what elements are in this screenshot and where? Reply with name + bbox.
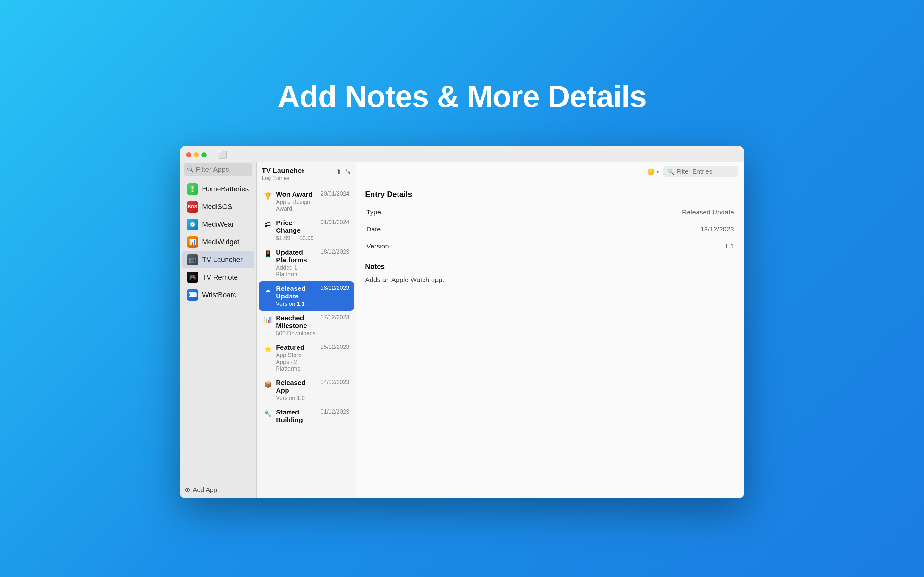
log-entry-8[interactable]: 🔧 Started Building 01/12/2023 xyxy=(258,405,354,428)
entry-date-5: 17/12/2023 xyxy=(320,314,349,321)
log-entry-4[interactable]: ☁ Released Update Version 1.1 18/12/2023 xyxy=(258,282,354,311)
sidebar-item-tvlauncher[interactable]: 📺 TV Launcher xyxy=(182,251,254,268)
notes-section: Notes Adds an Apple Watch app. xyxy=(365,263,735,285)
entry-title-3: Updated Platforms xyxy=(276,248,317,264)
log-entry-3[interactable]: 📱 Updated Platforms Added 1 Platform 18/… xyxy=(258,245,354,281)
entry-content-8: Started Building xyxy=(276,408,317,424)
app-icon-mediwidget: 📊 xyxy=(187,236,198,248)
sidebar-item-homebatteries[interactable]: 🔋 HomeBatteries xyxy=(182,181,254,198)
entry-content-4: Released Update Version 1.1 xyxy=(276,285,317,308)
detail-header: 🙂 ▾ 🔍 xyxy=(356,161,744,182)
search-input[interactable] xyxy=(196,165,249,174)
sidebar-search-bar[interactable]: 🔍 xyxy=(184,163,252,176)
entry-date-7: 14/12/2023 xyxy=(320,379,349,386)
app-icon-mediwear: ⌚ xyxy=(187,219,198,230)
log-entries-list: 🏆 Won Award Apple Design Award 20/01/202… xyxy=(257,185,356,498)
detail-value-type: Released Update xyxy=(429,204,735,221)
entry-content-6: Featured App Store · Apps · 2 Platforms xyxy=(276,343,317,372)
traffic-light-close[interactable] xyxy=(186,152,191,157)
app-icon-tvlauncher: 📺 xyxy=(187,254,198,266)
detail-row-date: Date 18/12/2023 xyxy=(365,221,735,238)
entry-content-3: Updated Platforms Added 1 Platform xyxy=(276,248,317,278)
detail-value-version: 1.1 xyxy=(429,238,735,255)
log-entry-6[interactable]: ⭐ Featured App Store · Apps · 2 Platform… xyxy=(258,340,354,376)
entry-title-2: Price Change xyxy=(276,219,317,234)
entry-content-5: Reached Milestone 500 Downloads xyxy=(276,314,317,337)
entry-icon-7: 📦 xyxy=(263,380,273,389)
entry-title-1: Won Award xyxy=(276,190,317,198)
sidebar-toggle-icon[interactable]: ⬜ xyxy=(218,151,227,159)
app-name-mediwear: MediWear xyxy=(202,220,234,229)
app-name-mediwidget: MediWidget xyxy=(202,238,239,246)
app-name-tvremote: TV Remote xyxy=(202,273,238,282)
log-app-subtitle: Log Entries xyxy=(262,175,304,181)
sidebar-item-mediwear[interactable]: ⌚ MediWear xyxy=(182,216,254,233)
compose-button[interactable]: ✎ xyxy=(345,168,351,176)
filter-search-icon: 🔍 xyxy=(667,168,674,175)
entry-icon-3: 📱 xyxy=(263,249,273,259)
traffic-light-minimize[interactable] xyxy=(194,152,199,157)
app-name-homebatteries: HomeBatteries xyxy=(202,185,249,193)
sidebar-item-tvremote[interactable]: 🎮 TV Remote xyxy=(182,269,254,286)
entry-icon-8: 🔧 xyxy=(263,409,273,419)
entry-content-7: Released App Version 1.0 xyxy=(276,379,317,402)
add-app-button[interactable]: ⊕ Add App xyxy=(180,481,256,498)
entry-date-1: 20/01/2024 xyxy=(320,190,349,197)
entry-subtitle-2: $1.99 → $2.99 xyxy=(276,235,317,242)
entry-icon-6: ⭐ xyxy=(263,344,273,354)
app-icon-tvremote: 🎮 xyxy=(187,271,198,283)
log-app-title: TV Launcher xyxy=(262,167,304,175)
notes-label: Notes xyxy=(365,263,735,271)
entry-title-7: Released App xyxy=(276,379,317,394)
detail-value-date: 18/12/2023 xyxy=(429,221,735,238)
entry-icon-4: ☁ xyxy=(263,285,273,295)
entry-title-5: Reached Milestone xyxy=(276,314,317,330)
add-icon: ⊕ xyxy=(185,486,190,494)
entry-date-3: 18/12/2023 xyxy=(320,248,349,255)
detail-label-date: Date xyxy=(365,221,429,238)
search-icon: 🔍 xyxy=(187,166,194,173)
app-name-tvlauncher: TV Launcher xyxy=(202,255,242,264)
entry-content-2: Price Change $1.99 → $2.99 xyxy=(276,219,317,242)
log-entry-5[interactable]: 📊 Reached Milestone 500 Downloads 17/12/… xyxy=(258,311,354,340)
app-icon-homebatteries: 🔋 xyxy=(187,183,198,195)
entry-subtitle-3: Added 1 Platform xyxy=(276,264,317,278)
entry-date-4: 18/12/2023 xyxy=(320,285,349,292)
add-app-label: Add App xyxy=(193,486,217,494)
entry-title-6: Featured xyxy=(276,343,317,351)
app-icon-wristboard: ⌨ xyxy=(187,289,198,301)
entry-date-6: 15/12/2023 xyxy=(320,343,349,350)
entry-content-1: Won Award Apple Design Award xyxy=(276,190,317,212)
detail-pane: 🙂 ▾ 🔍 Entry Details Type Released Update xyxy=(356,161,744,498)
detail-table: Type Released Update Date 18/12/2023 Ver… xyxy=(365,204,735,255)
detail-content: Entry Details Type Released Update Date … xyxy=(356,182,744,498)
entry-icon-1: 🏆 xyxy=(263,191,273,201)
sidebar-item-wristboard[interactable]: ⌨ WristBoard xyxy=(182,286,254,303)
emoji-filter-button[interactable]: 🙂 ▾ xyxy=(647,168,659,176)
detail-label-type: Type xyxy=(365,204,429,221)
log-actions: ⬆ ✎ xyxy=(336,168,351,176)
entry-date-2: 01/01/2024 xyxy=(320,219,349,226)
entry-subtitle-5: 500 Downloads xyxy=(276,330,317,337)
sidebar-item-medisos[interactable]: SOS MediSOS xyxy=(182,198,254,215)
app-name-wristboard: WristBoard xyxy=(202,291,237,299)
detail-row-type: Type Released Update xyxy=(365,204,735,221)
app-name-medisos: MediSOS xyxy=(202,203,232,211)
log-entry-7[interactable]: 📦 Released App Version 1.0 14/12/2023 xyxy=(258,376,354,405)
log-entry-2[interactable]: 🏷 Price Change $1.99 → $2.99 01/01/2024 xyxy=(258,216,354,245)
traffic-light-maximize[interactable] xyxy=(202,152,207,157)
sidebar-item-mediwidget[interactable]: 📊 MediWidget xyxy=(182,234,254,251)
detail-row-version: Version 1.1 xyxy=(365,238,735,255)
sidebar: 🔍 🔋 HomeBatteries SOS MediSOS ⌚ MediWear xyxy=(180,161,257,498)
filter-search-bar[interactable]: 🔍 xyxy=(664,166,738,177)
export-button[interactable]: ⬆ xyxy=(336,168,342,176)
log-entry-1[interactable]: 🏆 Won Award Apple Design Award 20/01/202… xyxy=(258,187,354,215)
smiley-icon: 🙂 xyxy=(647,168,655,176)
filter-input[interactable] xyxy=(676,168,734,175)
entry-icon-2: 🏷 xyxy=(263,219,273,229)
chevron-down-icon: ▾ xyxy=(656,169,659,175)
entry-icon-5: 📊 xyxy=(263,315,273,324)
page-title: Add Notes & More Details xyxy=(278,79,646,114)
entry-subtitle-6: App Store · Apps · 2 Platforms xyxy=(276,352,317,372)
entry-subtitle-4: Version 1.1 xyxy=(276,301,317,308)
